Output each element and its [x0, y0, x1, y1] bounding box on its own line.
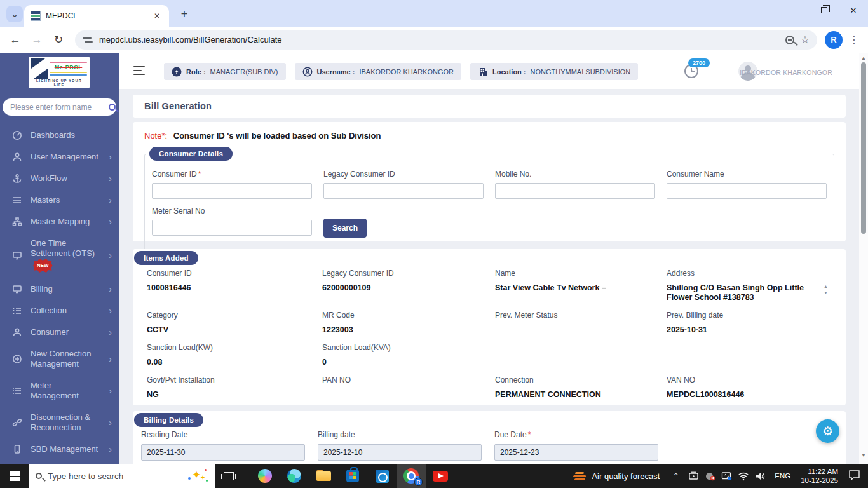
edge-taskbar-icon[interactable] [280, 464, 309, 488]
consumer-details-card: Note*: Consumer ID 's will be loaded bas… [133, 122, 846, 241]
taskbar-clock[interactable]: 11:22 AM 10-12-2025 [796, 467, 843, 485]
window-close-button[interactable]: ✕ [839, 0, 868, 20]
volume-icon[interactable] [755, 471, 766, 481]
chevron-right-icon: › [109, 217, 112, 227]
sidebar-item-label: Billing [31, 284, 100, 294]
consumer-id-input[interactable] [152, 183, 312, 199]
chevron-right-icon: › [109, 284, 112, 294]
site-settings-icon[interactable] [83, 36, 93, 44]
search-highlights-icon[interactable]: ✦ ✦ [187, 468, 208, 484]
mobile-no-input[interactable] [495, 183, 655, 199]
billing-date-input[interactable] [318, 444, 482, 461]
reload-icon[interactable]: ↻ [50, 31, 67, 49]
copilot-taskbar-icon[interactable] [250, 464, 280, 488]
bookmark-star-icon[interactable]: ☆ [801, 34, 810, 46]
browser-profile-avatar[interactable]: R [825, 31, 843, 49]
legacy-consumer-id-input[interactable] [323, 183, 484, 199]
wireless-display-icon[interactable] [688, 471, 699, 481]
scroll-up-icon[interactable]: ▲ [859, 55, 868, 61]
sidebar-item-consumer[interactable]: Consumer › [0, 322, 119, 343]
items-added-section-badge: Items Added [134, 251, 198, 265]
address-bar[interactable]: mepdcl.ubs.ieasybill.com/BillGeneration/… [75, 30, 817, 50]
field-value: Shillong C/O Basan Singh Opp Little Flow… [667, 283, 814, 302]
reading-date-field: Reading Date [141, 430, 318, 461]
field-value: CCTV [147, 325, 322, 335]
header-profile-name: IBAKORDOR KHARKONGOR [740, 69, 832, 76]
tab-search-button[interactable]: ⌄ [6, 6, 23, 22]
search-button[interactable]: Search [323, 219, 367, 238]
task-view-button[interactable] [215, 464, 243, 488]
field-value: MEPDCL1000816446 [667, 390, 832, 400]
sidebar-item-disconnection-reconnection[interactable]: Disconnection & Reconnection › [0, 407, 119, 438]
sparkle-small: ✦ [200, 474, 205, 481]
location-value: NONGTHYMMAI SUBDIVISION [531, 68, 631, 76]
display-settings-icon[interactable] [721, 471, 732, 481]
notification-icon [848, 470, 860, 480]
spinner-down-icon[interactable]: ▼ [824, 290, 828, 295]
wifi-icon[interactable] [738, 471, 749, 481]
billing-details-card: Billing Details Reading Date Billing dat… [133, 411, 846, 464]
spinner-up-icon[interactable]: ▲ [824, 284, 828, 288]
window-restore-button[interactable] [810, 0, 839, 20]
address-scroll-spinner[interactable]: ▲ ▼ [824, 284, 828, 295]
form-search-input[interactable] [10, 103, 109, 112]
language-indicator[interactable]: ENG [770, 472, 796, 480]
browser-tab[interactable]: MEPDCL ✕ [24, 5, 169, 27]
onedrive-signin-error-icon[interactable] [705, 471, 715, 481]
field-label: Prev. Billing date [667, 311, 832, 320]
microsoft-store-taskbar-icon[interactable] [338, 464, 367, 488]
app-sidebar: Me-PDCL LIGHTING UP YOUR LIFE Dashboards… [0, 53, 119, 464]
sidebar-item-master-mapping[interactable]: Master Mapping › [0, 211, 119, 233]
sidebar-item-one-time-settlement[interactable]: One Time Settlement (OTS)NEW › [0, 233, 119, 278]
sidebar-item-sbd-management[interactable]: SBD Management › [0, 438, 119, 460]
youtube-taskbar-icon[interactable] [426, 464, 455, 488]
zoom-out-indicator-icon[interactable] [785, 36, 794, 44]
tab-close-icon[interactable]: ✕ [151, 10, 163, 22]
scrollbar-thumb[interactable] [861, 62, 866, 234]
air-quality-icon [573, 470, 586, 482]
new-tab-button[interactable]: + [177, 6, 192, 22]
url-text[interactable]: mepdcl.ubs.ieasybill.com/BillGeneration/… [99, 35, 779, 44]
back-icon[interactable]: ← [6, 31, 24, 49]
youtube-icon [433, 471, 448, 482]
field-value: 1223003 [322, 325, 495, 335]
browser-tabstrip: ⌄ MEPDCL ✕ + — ✕ [0, 0, 868, 27]
sidebar-item-label: Disconnection & Reconnection [31, 412, 100, 433]
hamburger-menu-icon[interactable] [133, 66, 145, 75]
reading-date-input[interactable] [141, 444, 305, 461]
browser-menu-icon[interactable]: ⋮ [846, 34, 862, 46]
scroll-down-icon[interactable]: ▼ [859, 452, 868, 458]
action-center-button[interactable] [843, 470, 868, 483]
show-hidden-icons-chevron[interactable]: ⌃ [667, 471, 684, 481]
sidebar-item-masters[interactable]: Masters › [0, 189, 119, 211]
sidebar-item-billing[interactable]: Billing › [0, 278, 119, 300]
due-date-input[interactable] [494, 444, 658, 461]
search-icon[interactable] [109, 104, 116, 111]
required-mark: * [528, 430, 531, 439]
sidebar-item-label: SBD Management [31, 444, 100, 454]
sidebar-item-dashboards[interactable]: Dashboards [0, 125, 119, 146]
form-search-box[interactable] [3, 98, 116, 116]
outlook-taskbar-icon[interactable] [367, 464, 397, 488]
sidebar-item-new-connection-management[interactable]: New Connection Management › [0, 343, 119, 375]
start-button[interactable] [0, 464, 29, 488]
sidebar-item-label: User Management [31, 152, 100, 162]
weather-widget[interactable]: Air quality forecast [566, 464, 667, 488]
username-value: IBAKORDOR KHARKONGOR [359, 68, 454, 76]
taskbar-search-box[interactable]: Type here to search ✦ ✦ [29, 464, 215, 488]
consumer-name-input[interactable] [667, 183, 827, 199]
forward-icon[interactable]: → [28, 31, 46, 49]
window-minimize-button[interactable]: — [780, 0, 810, 20]
chrome-taskbar-icon[interactable]: R [397, 464, 426, 488]
required-mark: * [198, 170, 201, 179]
sidebar-item-user-management[interactable]: User Management › [0, 146, 119, 168]
field-value: NG [147, 390, 322, 400]
field-label: Name [495, 269, 667, 278]
sidebar-item-workflow[interactable]: WorkFlow › [0, 168, 119, 189]
browser-scrollbar[interactable]: ▲ ▼ [859, 53, 868, 464]
sidebar-item-collection[interactable]: Collection › [0, 300, 119, 322]
file-explorer-taskbar-icon[interactable] [309, 464, 338, 488]
sidebar-item-meter-management[interactable]: Meter Management › [0, 375, 119, 407]
settings-fab-button[interactable]: ⚙ [816, 419, 839, 443]
meter-serial-input[interactable] [152, 220, 312, 236]
